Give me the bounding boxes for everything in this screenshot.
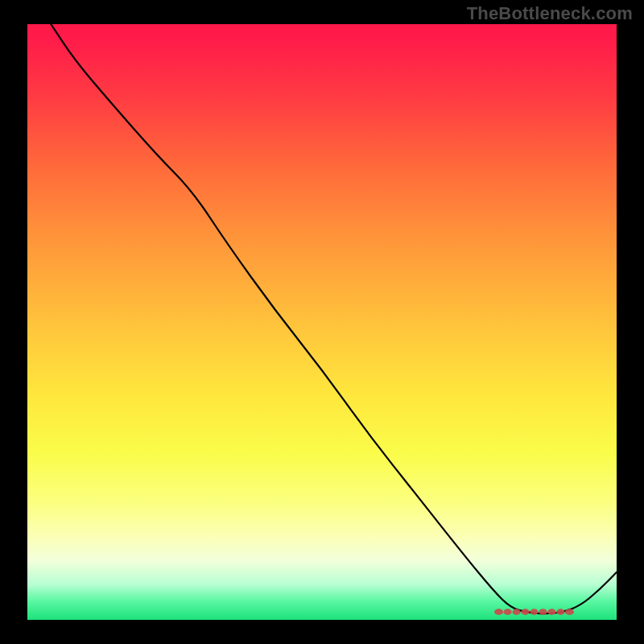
watermark-text: TheBottleneck.com <box>467 3 633 24</box>
chart-frame: TheBottleneck.com <box>0 0 644 644</box>
optimal-dot <box>530 609 539 615</box>
optimal-dot <box>539 609 547 615</box>
optimal-dot <box>494 609 503 615</box>
optimal-dot <box>522 609 530 615</box>
optimal-dot <box>556 609 564 615</box>
optimal-band <box>494 609 574 615</box>
optimal-dot <box>565 609 574 615</box>
curve-path <box>51 24 617 613</box>
optimal-dot <box>547 609 555 615</box>
plot-area <box>27 24 617 620</box>
optimal-dot <box>513 609 521 615</box>
optimal-dot <box>504 609 512 615</box>
chart-svg <box>27 24 617 620</box>
